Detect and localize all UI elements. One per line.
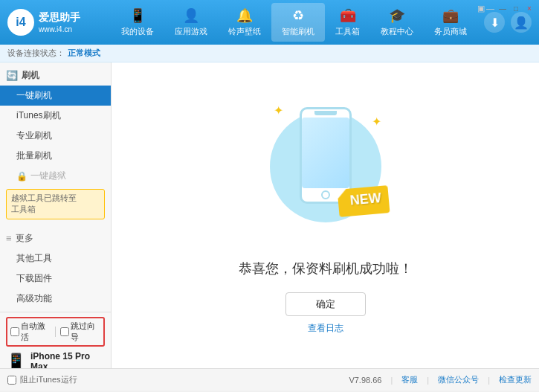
phone-illustration	[300, 107, 352, 204]
phone-screen	[302, 118, 349, 188]
divider	[55, 327, 56, 337]
user-button[interactable]: 👤	[511, 12, 532, 33]
auto-controls: 自动激活 跳过向导	[6, 317, 105, 347]
logo-icon: i4	[7, 9, 34, 36]
device-name: iPhone 15 Pro Max	[30, 351, 105, 368]
service-icon: 💼	[442, 7, 459, 24]
nav-ringtone[interactable]: 🔔 铃声壁纸	[218, 3, 271, 42]
main-layout: 🔄 刷机 一键刷机 iTunes刷机 专业刷机 批量刷机 🔒 一键越狱	[0, 62, 539, 368]
lock-icon: 🔒	[16, 171, 28, 181]
more-section-header: ≡ 更多	[0, 228, 111, 248]
header-right: ⬇ 👤	[484, 12, 532, 33]
download-button[interactable]: ⬇	[484, 12, 505, 33]
more-section: ≡ 更多 其他工具 下载固件 高级功能	[0, 225, 111, 312]
nav-app-games[interactable]: 👤 应用游戏	[164, 3, 218, 42]
footer-link-wechat[interactable]: 微信公众号	[438, 374, 479, 385]
itunes-block-label: 阻止iTunes运行	[20, 374, 77, 385]
confirm-button[interactable]: 确定	[285, 292, 366, 316]
sidebar-item-other-tools[interactable]: 其他工具	[0, 248, 111, 269]
minimize-button[interactable]: —	[497, 3, 508, 13]
logo-area: i4 爱思助手 www.i4.cn	[7, 9, 104, 36]
app-header: i4 爱思助手 www.i4.cn 📱 我的设备 👤 应用游戏 🔔 铃声壁纸 ♻	[0, 0, 539, 45]
ringtone-icon: 🔔	[236, 7, 253, 24]
window-controls: ▣— — □ ×	[477, 3, 535, 13]
itunes-block-checkbox[interactable]	[7, 376, 16, 385]
nav-my-device[interactable]: 📱 我的设备	[111, 3, 164, 42]
auto-guidance-checkbox[interactable]: 跳过向导	[60, 321, 100, 343]
device-area: 自动激活 跳过向导 📱 iPhone 15 Pro Max 512GB iPho…	[0, 312, 111, 368]
nav-smart-flash[interactable]: ♻ 智能刷机	[271, 3, 325, 42]
version-label: V7.98.66	[349, 376, 381, 385]
device-info: 📱 iPhone 15 Pro Max 512GB iPhone	[6, 351, 105, 368]
logo-text: 爱思助手 www.i4.cn	[39, 10, 80, 33]
sidebar-item-download-firmware[interactable]: 下载固件	[0, 269, 111, 289]
footer-link-support[interactable]: 客服	[401, 374, 418, 385]
sidebar-item-one-key-flash[interactable]: 一键刷机	[0, 86, 111, 106]
my-device-icon: 📱	[129, 7, 146, 24]
sidebar: 🔄 刷机 一键刷机 iTunes刷机 专业刷机 批量刷机 🔒 一键越狱	[0, 62, 112, 368]
tutorial-icon: 🎓	[389, 7, 405, 24]
smart-flash-icon: ♻	[292, 7, 304, 24]
footer-left: 阻止iTunes运行	[7, 374, 337, 385]
nav-service[interactable]: 💼 务员商城	[424, 3, 477, 42]
toolbox-icon: 🧰	[340, 7, 356, 24]
sidebar-item-jailbreak-disabled: 🔒 一键越狱	[0, 166, 111, 186]
success-illustration: ✦ ✦ NEW	[259, 96, 393, 245]
sidebar-item-pro-flash[interactable]: 专业刷机	[0, 126, 111, 146]
phone-home-btn	[321, 190, 330, 199]
main-nav: 📱 我的设备 👤 应用游戏 🔔 铃声壁纸 ♻ 智能刷机 🧰 工具箱 🎓 教	[104, 3, 484, 42]
phone-top-bar	[314, 111, 337, 115]
flash-section-header: 🔄 刷机	[0, 65, 111, 86]
more-icon: ≡	[6, 233, 12, 244]
content-area: ✦ ✦ NEW 恭喜您，保资料刷机成功啦！ 确定 查看日志	[112, 62, 539, 368]
footer: 阻止iTunes运行 V7.98.66 | 客服 | 微信公众号 | 检查更新	[0, 368, 539, 391]
auto-activate-checkbox[interactable]: 自动激活	[10, 321, 51, 343]
auto-activate-input[interactable]	[10, 327, 19, 336]
device-phone-icon: 📱	[6, 353, 26, 368]
flash-section-icon: 🔄	[6, 70, 18, 81]
sidebar-item-batch-flash[interactable]: 批量刷机	[0, 146, 111, 166]
success-message: 恭喜您，保资料刷机成功啦！	[239, 260, 413, 277]
maximize-button[interactable]: □	[511, 3, 521, 13]
footer-link-check-update[interactable]: 检查更新	[499, 374, 532, 385]
app-games-icon: 👤	[183, 7, 199, 24]
sidebar-item-advanced[interactable]: 高级功能	[0, 289, 111, 309]
footer-right: V7.98.66 | 客服 | 微信公众号 | 检查更新	[349, 374, 532, 385]
close-button[interactable]: ×	[524, 3, 535, 13]
sparkle-icon-1: ✦	[372, 115, 381, 129]
sidebar-item-itunes-flash[interactable]: iTunes刷机	[0, 106, 111, 126]
nav-tutorial[interactable]: 🎓 教程中心	[370, 3, 424, 42]
jailbreak-notice: 越狱工具已跳转至工具箱	[6, 189, 105, 219]
device-details: iPhone 15 Pro Max 512GB iPhone	[30, 351, 105, 368]
log-link[interactable]: 查看日志	[308, 322, 343, 335]
auto-guidance-input[interactable]	[60, 327, 69, 336]
status-bar: 设备连接状态： 正常模式	[0, 45, 539, 62]
flash-section: 🔄 刷机 一键刷机 iTunes刷机 专业刷机 批量刷机 🔒 一键越狱	[0, 62, 111, 225]
nav-toolbox[interactable]: 🧰 工具箱	[325, 3, 370, 42]
sparkle-icon-2: ✦	[274, 103, 283, 118]
